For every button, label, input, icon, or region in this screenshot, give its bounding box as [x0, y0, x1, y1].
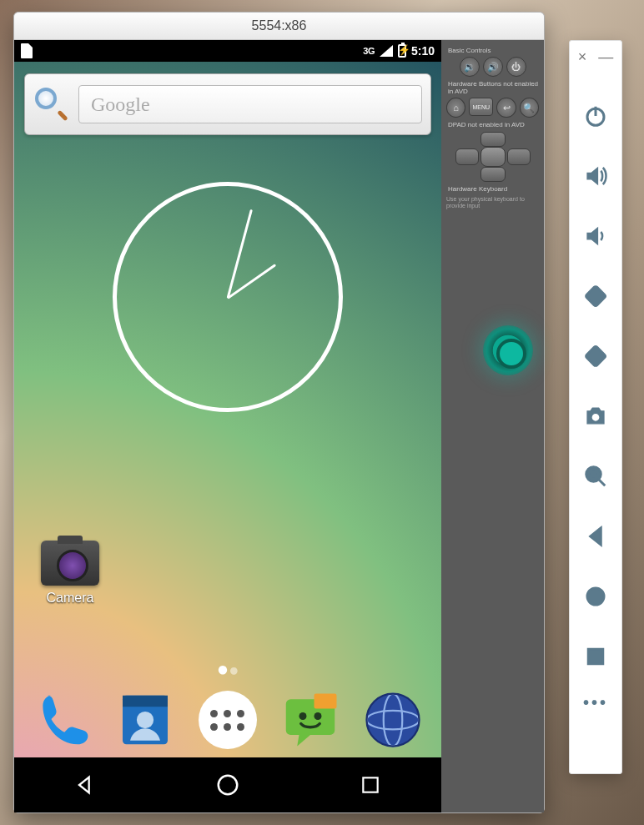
dpad-label: DPAD not enabled in AVD — [448, 121, 539, 128]
page-indicator[interactable]: ●● — [14, 657, 441, 681]
messaging-app-icon[interactable] — [279, 688, 342, 752]
legacy-power-button[interactable]: ⏻ — [506, 57, 526, 77]
svg-rect-12 — [363, 777, 377, 792]
toolbar-back-button[interactable] — [577, 518, 614, 555]
toolbar-rotate-right-button[interactable] — [577, 338, 614, 375]
svg-point-5 — [314, 712, 322, 720]
svg-point-11 — [219, 776, 238, 795]
search-input[interactable]: Google — [78, 85, 422, 123]
hw-buttons-label: Hardware Buttons not enabled in AVD — [448, 80, 539, 95]
svg-rect-6 — [314, 694, 337, 709]
toolbar-minimize-button[interactable]: — — [598, 49, 613, 64]
floating-assist-button[interactable] — [483, 325, 533, 375]
toolbar-power-button[interactable] — [577, 98, 614, 134]
analog-clock-widget[interactable] — [113, 182, 343, 412]
dpad-down-button[interactable] — [480, 167, 506, 182]
toolbar-overview-button[interactable] — [577, 638, 614, 675]
legacy-vol-up-button[interactable]: 🔊 — [483, 57, 503, 77]
contacts-app-icon[interactable] — [113, 688, 177, 752]
clock-minute-hand — [227, 209, 253, 299]
nav-recents-button[interactable] — [355, 770, 385, 800]
dpad-right-button[interactable] — [507, 148, 531, 165]
legacy-back-button[interactable]: ↩ — [496, 98, 516, 118]
emulator-toolbar: × — ••• — [569, 40, 622, 774]
emulator-window: 5554:x86 3G 5:10 — [13, 12, 545, 813]
svg-rect-15 — [586, 286, 606, 307]
toolbar-volume-down-button[interactable] — [577, 218, 614, 254]
legacy-vol-down-button[interactable]: 🔉 — [460, 57, 480, 77]
toolbar-close-button[interactable]: × — [578, 49, 587, 64]
network-3g-label: 3G — [363, 46, 375, 56]
dpad-center-button[interactable] — [480, 147, 506, 167]
camera-app-shortcut[interactable]: Camera — [33, 541, 108, 606]
search-placeholder: Google — [91, 93, 150, 116]
toolbar-home-button[interactable] — [577, 578, 614, 615]
svg-rect-1 — [123, 696, 168, 707]
toolbar-screenshot-button[interactable] — [577, 398, 614, 435]
apps-grid-icon — [199, 691, 257, 749]
phone-app-icon[interactable] — [31, 688, 94, 752]
battery-charging-icon — [398, 44, 406, 58]
svg-rect-16 — [586, 346, 606, 367]
signal-icon — [380, 45, 393, 57]
camera-label: Camera — [33, 591, 108, 606]
svg-point-17 — [591, 413, 600, 421]
legacy-menu-button[interactable]: MENU — [469, 98, 493, 116]
clock-time-label: 5:10 — [411, 44, 435, 58]
device-screen[interactable]: 3G 5:10 Google — [14, 40, 441, 812]
nav-back-button[interactable] — [70, 770, 100, 800]
camera-icon — [41, 541, 99, 586]
google-search-widget[interactable]: Google — [24, 73, 431, 135]
browser-app-icon[interactable] — [361, 688, 425, 752]
dock — [14, 682, 441, 757]
navigation-bar — [14, 757, 441, 812]
hw-keyboard-note: Use your physical keyboard to provide in… — [446, 196, 539, 210]
legacy-search-button[interactable]: 🔍 — [520, 98, 539, 118]
svg-point-22 — [587, 588, 604, 605]
hw-keyboard-title: Hardware Keyboard — [448, 185, 539, 193]
nav-home-button[interactable] — [213, 770, 243, 800]
legacy-home-button[interactable]: ⌂ — [446, 98, 465, 118]
dpad-up-button[interactable] — [480, 132, 506, 147]
emulator-title: 5554:x86 — [252, 18, 307, 33]
svg-point-2 — [137, 712, 153, 728]
sdcard-icon — [21, 43, 33, 58]
svg-line-19 — [599, 480, 606, 486]
svg-point-4 — [299, 712, 307, 720]
search-icon[interactable] — [33, 86, 70, 123]
emulator-titlebar[interactable]: 5554:x86 — [14, 13, 544, 40]
toolbar-volume-up-button[interactable] — [577, 158, 614, 194]
basic-controls-label: Basic Controls — [448, 47, 539, 54]
toolbar-zoom-button[interactable] — [577, 458, 614, 495]
status-bar[interactable]: 3G 5:10 — [14, 40, 441, 62]
legacy-dpad — [455, 132, 531, 182]
toolbar-more-button[interactable]: ••• — [583, 693, 608, 712]
dpad-left-button[interactable] — [455, 148, 479, 165]
all-apps-button[interactable] — [196, 688, 259, 752]
svg-rect-23 — [588, 649, 603, 664]
legacy-emulator-controls: Basic Controls 🔉 🔊 ⏻ Hardware Buttons no… — [441, 40, 544, 812]
toolbar-rotate-left-button[interactable] — [577, 278, 614, 314]
